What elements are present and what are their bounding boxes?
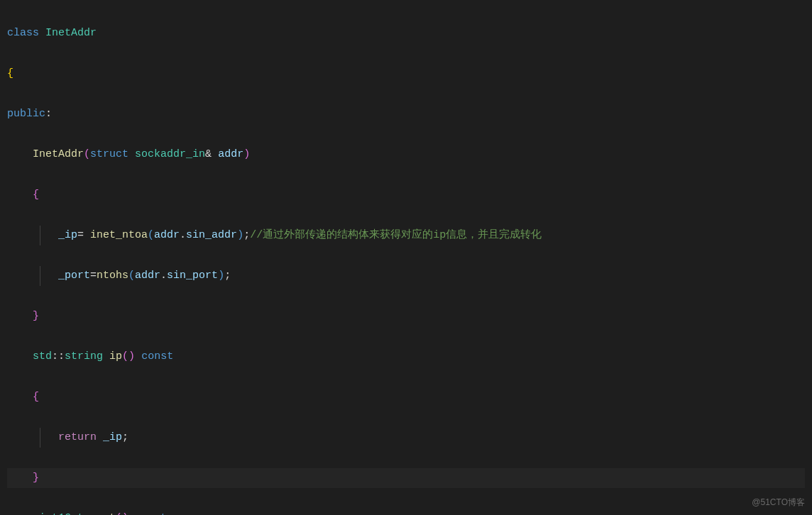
keyword-public: public: [7, 108, 45, 120]
code-line: uint16_t port() const: [7, 509, 805, 516]
code-line: _port=ntohs(addr.sin_port);: [7, 266, 805, 287]
code-line: {: [7, 387, 805, 408]
code-line-current: }: [7, 468, 805, 489]
brace: {: [33, 189, 39, 201]
comment: //通过外部传递的结构体来获得对应的ip信息，并且完成转化: [250, 229, 542, 241]
watermark: @51CTO博客: [752, 494, 805, 511]
code-editor[interactable]: class InetAddr { public: InetAddr(struct…: [0, 0, 812, 515]
code-line: std::string ip() const: [7, 347, 805, 367]
keyword-class: class: [7, 27, 39, 39]
constructor-name: InetAddr: [33, 148, 84, 160]
method-ip: ip: [109, 350, 122, 362]
code-line: {: [7, 185, 805, 206]
code-line: }: [7, 306, 805, 327]
method-port: port: [90, 512, 116, 516]
brace: }: [33, 310, 39, 322]
code-line: InetAddr(struct sockaddr_in& addr): [7, 145, 805, 165]
code-line: public:: [7, 104, 805, 125]
class-name: InetAddr: [45, 27, 97, 39]
code-line: return _ip;: [7, 428, 805, 448]
code-line: {: [7, 64, 805, 84]
code-line: _ip= inet_ntoa(addr.sin_addr);//通过外部传递的结…: [7, 226, 805, 246]
code-line: class InetAddr: [7, 23, 805, 44]
brace: {: [7, 67, 13, 79]
